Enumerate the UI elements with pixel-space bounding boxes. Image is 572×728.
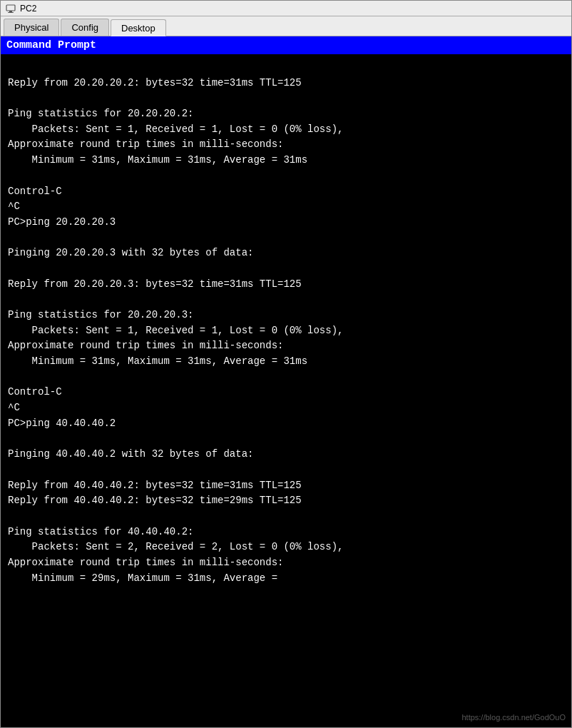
tab-physical[interactable]: Physical (4, 19, 59, 36)
content-area: Command Prompt Reply from 20.20.20.2: by… (1, 36, 571, 727)
tab-desktop[interactable]: Desktop (111, 19, 166, 36)
svg-rect-1 (9, 11, 12, 12)
svg-rect-0 (6, 5, 15, 11)
tab-bar: Physical Config Desktop (1, 16, 571, 36)
title-bar: PC2 (1, 1, 571, 16)
pc-icon (5, 3, 16, 14)
window: PC2 Physical Config Desktop Command Prom… (0, 0, 572, 728)
svg-rect-2 (8, 12, 14, 13)
cmd-body[interactable]: Reply from 20.20.20.2: bytes=32 time=31m… (1, 54, 571, 727)
tab-config[interactable]: Config (61, 19, 109, 36)
cmd-header: Command Prompt (1, 36, 571, 54)
window-title: PC2 (20, 4, 36, 14)
